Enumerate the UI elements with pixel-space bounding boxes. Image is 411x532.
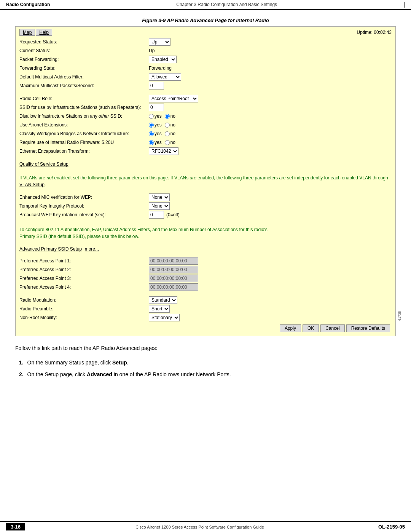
use-aironet-no-label[interactable]: no	[165, 122, 175, 128]
require-firmware-control: yes no	[149, 140, 175, 145]
broadcast-wep-control: (0=off)	[149, 211, 180, 219]
doc-number: OL-2159-05	[374, 524, 405, 530]
radio-modulation-select[interactable]: Standard OFDM	[149, 296, 177, 304]
preferred-ap4-label: Preferred Access Point 4:	[19, 284, 149, 290]
section-label: Radio Configuration	[6, 2, 50, 7]
current-status-label: Current Status:	[19, 48, 149, 53]
forwarding-state-label: Forwarding State:	[19, 66, 149, 71]
forwarding-state-value: Forwarding	[149, 66, 172, 71]
disallow-infra-no-radio[interactable]	[165, 114, 170, 119]
apply-button[interactable]: Apply	[280, 324, 301, 332]
require-firmware-yes-label[interactable]: yes	[149, 140, 162, 145]
enhanced-mic-select[interactable]: None MIC	[149, 193, 170, 201]
max-multicast-control	[149, 82, 164, 89]
preferred-ap4-input[interactable]	[149, 283, 198, 291]
disallow-infra-label: Disallow Infrastructure Stations on any …	[19, 113, 149, 119]
classify-workgroup-no-radio[interactable]	[165, 131, 170, 136]
radio-cell-role-select[interactable]: Access Point/Root Repeater	[149, 95, 198, 102]
radio-section: Radio Modulation: Standard OFDM Radio Pr…	[19, 296, 392, 321]
form-section-2: Radio Cell Role: Access Point/Root Repea…	[19, 95, 392, 155]
preferred-ap1-label: Preferred Access Point 1:	[19, 258, 149, 264]
use-aironet-yes-label[interactable]: yes	[149, 122, 162, 128]
temporal-key-label: Temporal Key Integrity Protocol:	[19, 203, 149, 209]
help-button[interactable]: Help	[36, 29, 52, 36]
temporal-key-select[interactable]: None TKIP	[149, 202, 170, 210]
disallow-infra-yes-radio[interactable]	[149, 114, 154, 119]
classify-workgroup-row: Classify Workgroup Bridges as Network In…	[19, 130, 392, 137]
use-aironet-no-radio[interactable]	[165, 123, 170, 128]
broadcast-wep-hint: (0=off)	[166, 212, 180, 217]
advanced-ssid-row: Advanced Primary SSID Setup more...	[19, 245, 392, 253]
figure-annotation: 61735	[398, 311, 401, 321]
ethernet-encap-select[interactable]: RFC1042 802.1H	[149, 147, 178, 155]
packet-forwarding-select[interactable]: Enabled Disabled	[149, 56, 177, 63]
cancel-button[interactable]: Cancel	[320, 324, 344, 332]
broadcast-wep-label: Broadcast WEP Key rotation interval (sec…	[19, 212, 149, 217]
require-firmware-row: Require use of Internal Radio Firmware: …	[19, 139, 392, 146]
radio-preamble-select[interactable]: Short Long	[149, 305, 170, 313]
preferred-ap2-input[interactable]	[149, 266, 198, 273]
follow-text: Follow this link path to reach the AP Ra…	[15, 344, 396, 352]
ok-button[interactable]: OK	[303, 324, 319, 332]
disallow-infra-no-label[interactable]: no	[165, 113, 175, 119]
ssid-infra-input[interactable]	[149, 104, 164, 111]
menu-bar: Map Help	[19, 29, 52, 36]
panel-top-bar: Map Help Uptime: 00:02:43	[19, 29, 392, 36]
classify-workgroup-no-label[interactable]: no	[165, 131, 175, 136]
step-2: On the Setup page, click Advanced in one…	[19, 370, 396, 379]
auth-info-text: To configure 802.11 Authentication, EAP,…	[19, 226, 392, 240]
requested-status-select[interactable]: Up Down	[149, 38, 170, 46]
restore-defaults-button[interactable]: Restore Defaults	[346, 324, 390, 332]
step-1: On the Summary Status page, click Setup.	[19, 358, 396, 367]
radio-modulation-control: Standard OFDM	[149, 296, 177, 304]
top-header: Radio Configuration Chapter 3 Radio Conf…	[0, 0, 411, 10]
advanced-ssid-link[interactable]: Advanced Primary SSID Setup	[19, 246, 82, 252]
current-status-row: Current Status: Up	[19, 47, 392, 54]
radio-preamble-label: Radio Preamble:	[19, 306, 149, 312]
more-link[interactable]: more...	[85, 246, 99, 252]
enhanced-mic-row: Enhanced MIC verification for WEP: None …	[19, 193, 392, 201]
packet-forwarding-row: Packet Forwarding: Enabled Disabled	[19, 56, 392, 63]
broadcast-wep-input[interactable]	[149, 211, 164, 219]
default-multicast-label: Default Multicast Address Filter:	[19, 74, 149, 80]
bottom-buttons: Apply OK Cancel Restore Defaults	[19, 324, 392, 332]
preferred-ap3-input[interactable]	[149, 275, 198, 282]
vlan-setup-link[interactable]: VLAN Setup	[19, 182, 45, 187]
default-multicast-row: Default Multicast Address Filter: Allowe…	[19, 73, 392, 81]
require-firmware-no-radio[interactable]	[165, 140, 170, 145]
disallow-infra-yes-label[interactable]: yes	[149, 113, 162, 119]
classify-workgroup-label: Classify Workgroup Bridges as Network In…	[19, 131, 149, 136]
qos-link[interactable]: Quality of Service Setup	[19, 161, 68, 167]
preferred-ap3-row: Preferred Access Point 3:	[19, 275, 392, 282]
max-multicast-label: Maximum Multicast Packets/Second:	[19, 83, 149, 88]
default-multicast-select[interactable]: Allowed Disallowed	[149, 73, 181, 81]
step-2-bold: Advanced	[87, 371, 112, 377]
non-root-select[interactable]: Stationary Mobile	[149, 314, 180, 321]
non-root-control: Stationary Mobile	[149, 314, 180, 321]
temporal-key-row: Temporal Key Integrity Protocol: None TK…	[19, 202, 392, 210]
use-aironet-radio: yes no	[149, 122, 175, 128]
preferred-ap2-control	[149, 266, 198, 273]
require-firmware-no-label[interactable]: no	[165, 140, 175, 145]
classify-workgroup-control: yes no	[149, 131, 175, 136]
enhanced-mic-label: Enhanced MIC verification for WEP:	[19, 195, 149, 200]
main-content: Figure 3-9 AP Radio Advanced Page for In…	[0, 10, 411, 389]
classify-workgroup-yes-label[interactable]: yes	[149, 131, 162, 136]
use-aironet-row: Use Aironet Extensions: yes no	[19, 121, 392, 129]
max-multicast-row: Maximum Multicast Packets/Second:	[19, 82, 392, 89]
preferred-ap1-input[interactable]	[149, 257, 198, 265]
classify-workgroup-yes-radio[interactable]	[149, 131, 154, 136]
preferred-ap4-control	[149, 283, 198, 291]
max-multicast-input[interactable]	[149, 82, 164, 89]
use-aironet-control: yes no	[149, 122, 175, 128]
map-button[interactable]: Map	[19, 29, 35, 36]
qos-link-row: Quality of Service Setup	[19, 160, 392, 168]
require-firmware-yes-radio[interactable]	[149, 140, 154, 145]
uptime-display: Uptime: 00:02:43	[357, 30, 392, 35]
use-aironet-yes-radio[interactable]	[149, 123, 154, 128]
radio-modulation-row: Radio Modulation: Standard OFDM	[19, 296, 392, 304]
preferred-ap1-control	[149, 257, 198, 265]
figure-caption: Figure 3-9 AP Radio Advanced Page for In…	[15, 18, 396, 23]
vlan-info-text: If VLANs are not enabled, set the follow…	[19, 174, 392, 188]
config-panel: Map Help Uptime: 00:02:43 Requested Stat…	[15, 26, 396, 336]
